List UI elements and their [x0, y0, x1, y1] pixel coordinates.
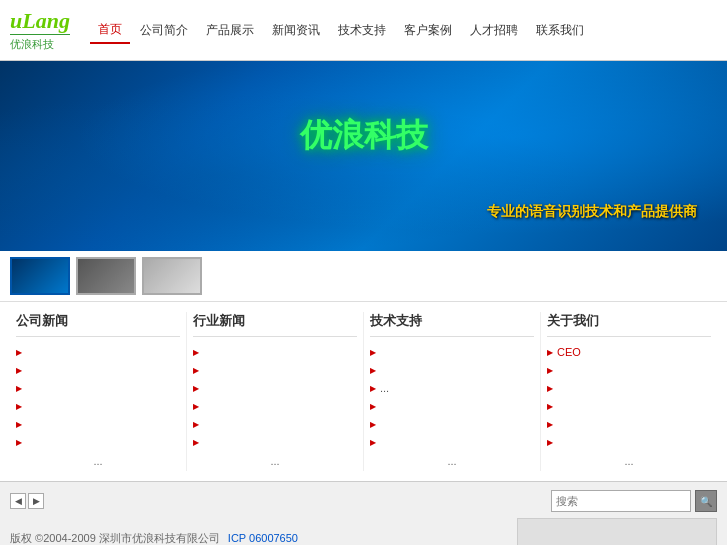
page-prev[interactable]: ◀ [10, 493, 26, 509]
hero-banner: 优浪科技 专业的语音识别技术和产品提供商 [0, 61, 727, 251]
nav-support[interactable]: 技术支持 [330, 18, 394, 43]
nav-contact[interactable]: 联系我们 [528, 18, 592, 43]
search-input[interactable] [551, 490, 691, 512]
logo: uLang 优浪科技 [10, 8, 70, 52]
list-item[interactable] [547, 379, 711, 397]
list-item-ellipsis[interactable]: ... [370, 379, 534, 397]
thumb-3[interactable] [142, 257, 202, 295]
list-item[interactable] [193, 433, 357, 451]
col-more-about-us[interactable]: ... [547, 451, 711, 471]
main-nav: 首页 公司简介 产品展示 新闻资讯 技术支持 客户案例 人才招聘 联系我们 [90, 17, 717, 44]
list-item[interactable] [547, 361, 711, 379]
nav-jobs[interactable]: 人才招聘 [462, 18, 526, 43]
list-item[interactable] [16, 343, 180, 361]
footer-top: ◀ ▶ 🔍 [10, 490, 717, 512]
col-more-tech-support[interactable]: ... [370, 451, 534, 471]
logo-text: uLang [10, 8, 70, 34]
col-about-us: 关于我们 CEO ... [541, 312, 717, 471]
nav-products[interactable]: 产品展示 [198, 18, 262, 43]
thumbnail-strip [0, 251, 727, 302]
list-item[interactable] [370, 361, 534, 379]
list-item[interactable] [193, 415, 357, 433]
search-button[interactable]: 🔍 [695, 490, 717, 512]
nav-home[interactable]: 首页 [90, 17, 130, 44]
search-box: 🔍 [551, 490, 717, 512]
list-item[interactable] [193, 343, 357, 361]
list-item[interactable] [370, 343, 534, 361]
pagination: ◀ ▶ [10, 493, 44, 509]
footer-bottom: 版权 ©2004-2009 深圳市优浪科技有限公司 ICP 06007650 [10, 518, 717, 545]
list-item[interactable] [547, 415, 711, 433]
nav-news[interactable]: 新闻资讯 [264, 18, 328, 43]
list-item[interactable] [16, 379, 180, 397]
content-area: 公司新闻 ... 行业新闻 ... 技术支持 ... ... 关于我们 [0, 302, 727, 481]
footer: ◀ ▶ 🔍 版权 ©2004-2009 深圳市优浪科技有限公司 ICP 0600… [0, 481, 727, 545]
col-industry-news: 行业新闻 ... [187, 312, 364, 471]
list-item[interactable] [193, 379, 357, 397]
col-tech-support: 技术支持 ... ... [364, 312, 541, 471]
col-title-industry-news: 行业新闻 [193, 312, 357, 337]
page-next[interactable]: ▶ [28, 493, 44, 509]
copyright: 版权 ©2004-2009 深圳市优浪科技有限公司 [10, 531, 220, 546]
col-company-news: 公司新闻 ... [10, 312, 187, 471]
col-title-tech-support: 技术支持 [370, 312, 534, 337]
logo-sub: 优浪科技 [10, 34, 70, 52]
list-item[interactable] [370, 397, 534, 415]
list-item[interactable] [370, 433, 534, 451]
list-item[interactable] [547, 397, 711, 415]
col-more-company-news[interactable]: ... [16, 451, 180, 471]
list-item[interactable] [16, 397, 180, 415]
banner-title: 优浪科技 [300, 114, 428, 158]
scroll-content[interactable] [517, 518, 717, 545]
nav-cases[interactable]: 客户案例 [396, 18, 460, 43]
list-item[interactable] [16, 433, 180, 451]
list-item[interactable] [16, 415, 180, 433]
col-title-company-news: 公司新闻 [16, 312, 180, 337]
icp-link[interactable]: ICP 06007650 [228, 532, 298, 544]
nav-about[interactable]: 公司简介 [132, 18, 196, 43]
thumb-1[interactable] [10, 257, 70, 295]
list-item[interactable] [193, 397, 357, 415]
list-item[interactable] [370, 415, 534, 433]
list-item[interactable] [193, 361, 357, 379]
list-item[interactable] [16, 361, 180, 379]
thumb-2[interactable] [76, 257, 136, 295]
banner-subtitle: 专业的语音识别技术和产品提供商 [487, 203, 697, 221]
header: uLang 优浪科技 首页 公司简介 产品展示 新闻资讯 技术支持 客户案例 人… [0, 0, 727, 61]
col-title-about-us: 关于我们 [547, 312, 711, 337]
list-item-ceo[interactable]: CEO [547, 343, 711, 361]
col-more-industry-news[interactable]: ... [193, 451, 357, 471]
list-item[interactable] [547, 433, 711, 451]
